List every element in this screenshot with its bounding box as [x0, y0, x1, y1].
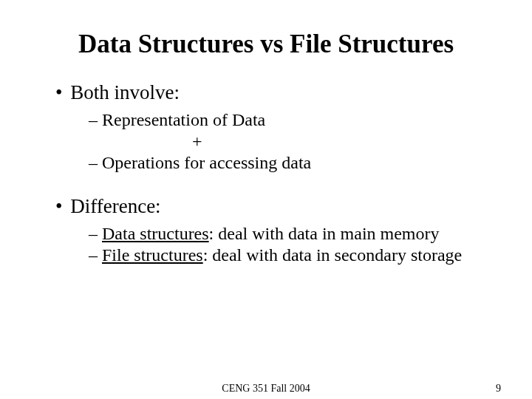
fs-text: : deal with data in secondary storage — [203, 245, 463, 265]
footer-page-number: 9 — [496, 383, 501, 395]
ds-underline: Data structures — [102, 224, 209, 243]
slide-title: Data Structures vs File Structures — [41, 30, 491, 59]
bullet-file-structures: File structures: deal with data in secon… — [89, 245, 491, 265]
bullet-data-structures: Data structures: deal with data in main … — [89, 224, 491, 244]
plus-symbol: + — [192, 132, 491, 151]
bullet-both-involve: Both involve: — [55, 81, 491, 104]
footer-course: CENG 351 Fall 2004 — [222, 383, 310, 395]
bullet-representation: Representation of Data — [89, 110, 491, 130]
bullet-operations: Operations for accessing data — [89, 153, 491, 173]
bullet-difference: Difference: — [55, 195, 491, 218]
ds-text: : deal with data in main memory — [209, 224, 440, 243]
fs-underline: File structures — [102, 245, 203, 265]
